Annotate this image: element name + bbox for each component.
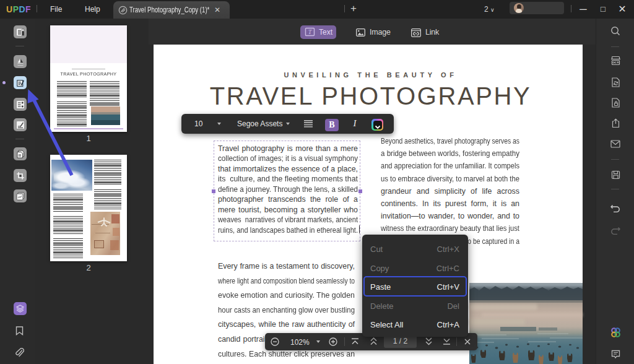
svg-text:T: T: [308, 28, 313, 35]
